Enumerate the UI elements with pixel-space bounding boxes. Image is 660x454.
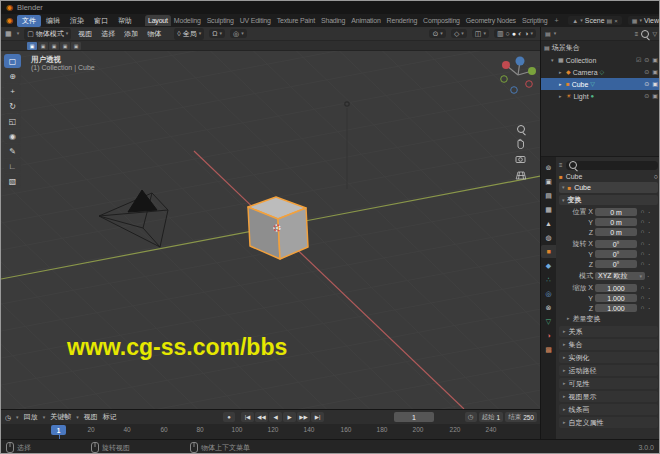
tab-texture[interactable]: ▩ [541, 343, 556, 356]
tab-object[interactable]: ■ [541, 245, 556, 258]
expand-icon[interactable]: ▸ [559, 82, 564, 87]
animate-dot-icon[interactable]: · [648, 295, 650, 302]
lock-icon[interactable]: ∩ [639, 295, 646, 301]
tool-measure[interactable]: ∟ [4, 159, 21, 173]
lock-icon[interactable]: ∩ [639, 209, 646, 215]
tab-particles[interactable]: ∴ [541, 273, 556, 286]
gizmo-y-neg[interactable] [501, 76, 508, 83]
jump-to-end-button[interactable]: ▶| [311, 412, 324, 422]
view-layer-selector[interactable]: ▦ ▾ ViewLayer ▤ [628, 16, 660, 25]
visibility-eye-icon[interactable]: ⊙ [644, 93, 649, 99]
animate-dot-icon[interactable]: · [648, 209, 650, 216]
animate-dot-icon[interactable]: · [647, 273, 649, 280]
display-mode-icon[interactable]: ≡ [635, 31, 639, 37]
next-keyframe-button[interactable]: ▶▶ [297, 412, 310, 422]
jump-to-start-button[interactable]: |◀ [241, 412, 254, 422]
location-z-field[interactable]: 0 m [595, 228, 637, 236]
timeline-editor-icon[interactable]: ◷ [5, 414, 11, 421]
tab-material[interactable]: ◑ [541, 329, 556, 342]
pin-icon[interactable]: ○ [654, 173, 658, 180]
menu-keying[interactable]: 关键帧 [50, 412, 71, 422]
use-preview-range-button[interactable]: ◷ [465, 412, 477, 422]
menu-marker[interactable]: 标记 [103, 412, 117, 422]
tab-uv-editing[interactable]: UV Editing [237, 15, 274, 26]
visibility-eye-icon[interactable]: ⊙ [644, 81, 649, 87]
zoom-icon[interactable] [517, 125, 525, 133]
tab-modifiers[interactable]: ◆ [541, 259, 556, 272]
prev-keyframe-button[interactable]: ◀◀ [255, 412, 268, 422]
tab-render[interactable]: ▣ [541, 175, 556, 188]
animate-dot-icon[interactable]: · [648, 229, 650, 236]
render-visibility-icon[interactable]: ▣ [652, 69, 658, 75]
section-line-art[interactable]: ▸ 线条画 [559, 404, 658, 415]
tab-geometry-nodes[interactable]: Geometry Nodes [463, 15, 519, 26]
play-reverse-button[interactable]: ◀ [269, 412, 282, 422]
gizmo-x-axis[interactable] [502, 61, 510, 69]
gizmo-z-neg[interactable] [511, 87, 518, 94]
rotation-x-field[interactable]: 0° [595, 240, 637, 248]
properties-search-input[interactable] [566, 161, 658, 170]
menu-view-timeline[interactable]: 视图 [84, 412, 98, 422]
tab-sculpting[interactable]: Sculpting [204, 15, 237, 26]
current-frame-field[interactable]: 1 [394, 412, 434, 422]
menu-view[interactable]: 视图 [76, 29, 94, 39]
render-visibility-icon[interactable]: ▣ [652, 57, 658, 63]
transform-section-header[interactable]: ▾ 变换 [559, 195, 658, 205]
tab-scene[interactable]: ▲ [541, 217, 556, 230]
tab-rendering[interactable]: Rendering [384, 15, 421, 26]
breadcrumb-object-name[interactable]: Cube [566, 173, 583, 180]
tab-world[interactable]: ◍ [541, 231, 556, 244]
menu-render[interactable]: 渲染 [65, 15, 89, 27]
tool-rotate[interactable]: ↻ [4, 99, 21, 113]
select-mode-subtract[interactable]: ▣ [49, 42, 59, 50]
lock-icon[interactable]: ∩ [639, 251, 646, 257]
location-y-field[interactable]: 0 m [595, 218, 637, 226]
tab-object-data[interactable]: ▽ [541, 315, 556, 328]
shading-wireframe-icon[interactable]: ○ [506, 30, 510, 37]
timeline-playhead[interactable]: 1 [51, 425, 66, 435]
overlays-dropdown[interactable]: ◫ ▾ [472, 29, 489, 38]
outliner-row-collection[interactable]: ▾ ▦ Collection ☑ ⊙ ▣ [541, 54, 660, 66]
lock-icon[interactable]: ∩ [639, 261, 646, 267]
viewport-canvas[interactable]: ▢ ⊕ + ↻ ◱ ◉ ✎ ∟ ▧ 用户透视 (1) Collection | … [1, 51, 540, 409]
pan-hand-icon[interactable] [515, 137, 527, 149]
menu-window[interactable]: 窗口 [89, 15, 113, 27]
tab-modeling[interactable]: Modeling [171, 15, 204, 26]
frame-end-field[interactable]: 结束 250 [505, 412, 537, 422]
perspective-toggle-icon[interactable] [515, 169, 527, 181]
section-viewport-display[interactable]: ▸ 视图显示 [559, 391, 658, 402]
menu-file[interactable]: 文件 [17, 15, 41, 27]
tab-texture-paint[interactable]: Texture Paint [274, 15, 318, 26]
mode-selector[interactable]: ▢ 物体模式 ▾ [24, 28, 71, 40]
blender-menu-icon[interactable]: ◉ [6, 17, 13, 25]
tool-annotate[interactable]: ✎ [4, 144, 21, 158]
tab-scripting[interactable]: Scripting [519, 15, 550, 26]
tab-view-layer[interactable]: ▦ [541, 203, 556, 216]
shading-rendered-icon[interactable]: ◑ [524, 30, 528, 37]
tab-tool[interactable]: ⊚ [541, 161, 556, 174]
select-mode-intersect[interactable]: ▣ [71, 42, 81, 50]
section-motion-paths[interactable]: ▸ 运动路径 [559, 365, 658, 376]
outliner-row-light[interactable]: ▸ ☀ Light ● ⊙ ▣ [541, 90, 660, 102]
tool-transform[interactable]: ◉ [4, 129, 21, 143]
section-relations[interactable]: ▸ 关系 [559, 326, 658, 337]
scene-selector[interactable]: ▲ ▾ Scene ▤ × [568, 16, 622, 25]
tab-compositing[interactable]: Compositing [420, 15, 463, 26]
animate-dot-icon[interactable]: · [648, 305, 650, 312]
transform-orientation-selector[interactable]: ◊ 全局 ▾ [174, 28, 204, 40]
expand-icon[interactable]: ▸ [559, 94, 564, 99]
section-custom-properties[interactable]: ▸ 自定义属性 [559, 417, 658, 428]
expand-icon[interactable]: ▾ [551, 58, 556, 63]
menu-select[interactable]: 选择 [99, 29, 117, 39]
tab-constraints[interactable]: ⊗ [541, 301, 556, 314]
tab-animation[interactable]: Animation [348, 15, 383, 26]
shading-material-icon[interactable]: ◐ [518, 30, 522, 37]
location-x-field[interactable]: 0 m [595, 208, 637, 216]
auto-keying-button[interactable]: ● [223, 412, 235, 422]
tab-physics[interactable]: ◎ [541, 287, 556, 300]
visibility-eye-icon[interactable]: ⊙ [644, 57, 649, 63]
select-mode-invert[interactable]: ▣ [60, 42, 70, 50]
xray-toggle-icon[interactable]: ▥ [497, 30, 504, 37]
filter-icon[interactable]: ▽ [652, 31, 657, 37]
shading-solid-icon[interactable]: ● [512, 30, 516, 37]
